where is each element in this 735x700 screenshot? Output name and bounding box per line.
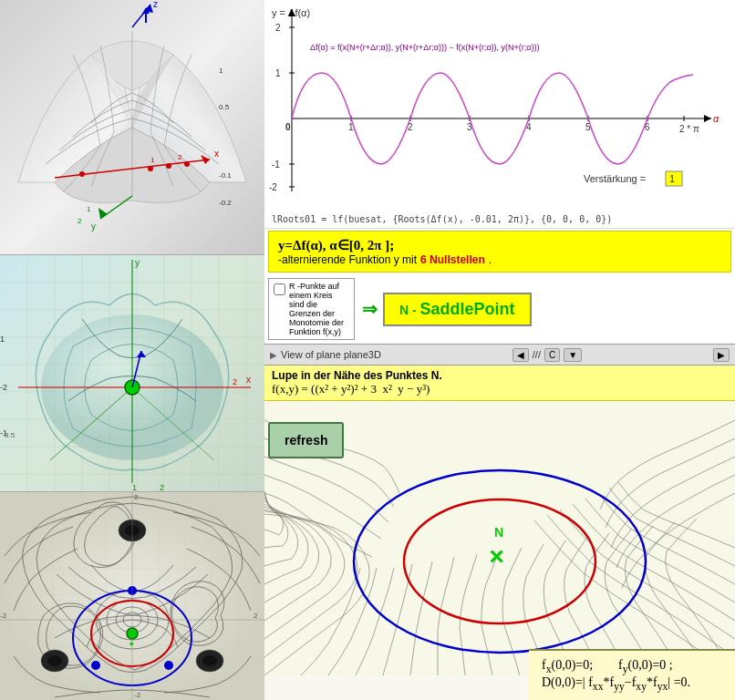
toolbar-nav-btn[interactable]: ◀ xyxy=(512,348,529,362)
svg-text:2 * π: 2 * π xyxy=(679,124,699,134)
lupe-formula: f(x,y) = ((x² + y²)² + 3 x² y − y³) xyxy=(272,382,430,396)
svg-text:2: 2 xyxy=(178,153,182,161)
svg-text:x: x xyxy=(214,149,219,159)
svg-text:✦: ✦ xyxy=(128,639,135,649)
svg-text:-2: -2 xyxy=(0,383,7,392)
svg-text:-2: -2 xyxy=(269,182,277,192)
period-text: . xyxy=(489,253,492,266)
svg-text:1: 1 xyxy=(0,335,5,344)
function-description-line2: -alternierende Funktion y mit 6 Nullstel… xyxy=(278,253,721,266)
middle-3d-svg: x y 1 2 2 -2 1 -1 0.5 xyxy=(0,255,264,492)
svg-point-83 xyxy=(164,661,173,670)
svg-text:N: N xyxy=(494,525,503,540)
svg-text:-2: -2 xyxy=(0,612,7,620)
svg-text:0: 0 xyxy=(285,122,291,132)
svg-text:1: 1 xyxy=(219,67,223,75)
view-icon: ▶ xyxy=(270,350,277,360)
lupe-header: Lupe in der Nähe des Punktes N. f(x,y) =… xyxy=(264,365,735,401)
r-punkte-line6: Funktion f(x,y) xyxy=(289,327,344,336)
svg-point-82 xyxy=(91,661,100,670)
middle-3d-surface: x y 1 2 2 -2 1 -1 0.5 xyxy=(0,255,264,492)
r-punkte-line4: Grenzen der xyxy=(289,309,344,318)
contour-svg: ✦ -2 2 2 -2 xyxy=(0,492,264,700)
toolbar-right-btn[interactable]: ▶ xyxy=(713,348,730,362)
svg-text:2: 2 xyxy=(254,612,258,620)
svg-point-18 xyxy=(166,163,171,169)
top-3d-surface: x y z 1 2 1 2 1 0.5 -0.1 -0.2 xyxy=(0,0,264,255)
r-punkte-box: R -Punkte auf einem Kreis sind die Grenz… xyxy=(268,278,355,340)
top-3d-svg: x y z 1 2 1 2 1 0.5 -0.1 -0.2 xyxy=(0,0,264,255)
svg-text:2: 2 xyxy=(275,23,281,33)
left-panel: x y z 1 2 1 2 1 0.5 -0.1 -0.2 xyxy=(0,0,264,700)
svg-text:y: y xyxy=(135,258,140,268)
toolbar-c-btn[interactable]: C xyxy=(544,348,560,362)
svg-text:Δf(α) = f(x(N+(r+Δr;α)), y(N+(: Δf(α) = f(x(N+(r+Δr;α)), y(N+(r+Δr;α))) … xyxy=(310,43,540,52)
r-punkte-line5: Monotomie der xyxy=(289,318,344,327)
svg-text:1: 1 xyxy=(87,205,91,213)
svg-text:2: 2 xyxy=(160,483,164,492)
svg-text:0.5: 0.5 xyxy=(5,431,16,439)
svg-text:y: y xyxy=(91,221,96,232)
formula-line2: D(0,0)=| fxx*fyy−fxy*fyx| =0. xyxy=(542,675,735,693)
formula-line1: fx(0,0)=0; fy(0,0)=0 ; xyxy=(542,658,735,675)
svg-point-88 xyxy=(202,655,217,666)
roots-formula: lRoots01 = lf(buesat, {Roots(Δf(x), -0.0… xyxy=(264,210,735,229)
svg-point-20 xyxy=(79,171,85,177)
svg-text:z: z xyxy=(153,0,158,9)
bottom-formula-box: fx(0,0)=0; fy(0,0)=0 ; D(0,0)=| fxx*fyy−… xyxy=(529,649,735,700)
svg-text:α: α xyxy=(713,113,719,124)
r-punkte-line3: sind die xyxy=(289,300,344,309)
r-punkte-checkbox[interactable] xyxy=(274,283,285,295)
svg-text:-2: -2 xyxy=(134,691,141,699)
svg-point-19 xyxy=(184,161,190,167)
svg-rect-130 xyxy=(264,365,735,675)
svg-text:-0.2: -0.2 xyxy=(219,199,232,207)
svg-text:2: 2 xyxy=(78,217,82,225)
saddle-point-label: SaddlePoint xyxy=(420,300,515,318)
bottom-contour-plot: ✦ -2 2 2 -2 xyxy=(0,492,264,700)
view-toolbar: ▶ View of plane plane3D ◀ /// C ▼ ▶ xyxy=(264,344,735,365)
arrow-right: ⇒ xyxy=(362,298,378,320)
svg-text:✕: ✕ xyxy=(488,546,504,569)
toolbar-sep: /// xyxy=(533,349,541,360)
right-panel: y = Δf(α) α 2 * π 1 2 3 4 5 xyxy=(264,0,735,700)
saddle-point-box: N - SaddlePoint xyxy=(383,293,532,326)
svg-text:1: 1 xyxy=(150,156,155,164)
svg-text:0.5: 0.5 xyxy=(219,103,230,111)
svg-text:2: 2 xyxy=(233,377,237,386)
svg-text:x: x xyxy=(246,375,251,385)
lupe-svg: N ✕ xyxy=(264,365,735,675)
svg-text:Verstärkung =: Verstärkung = xyxy=(584,173,646,184)
refresh-button[interactable]: refresh xyxy=(268,422,344,458)
r-punkte-line2: einem Kreis xyxy=(289,291,344,300)
svg-text:1: 1 xyxy=(669,173,675,184)
svg-rect-97 xyxy=(264,0,735,210)
lupe-header-text: Lupe in der Nähe des Punktes N. xyxy=(272,369,442,382)
graph-svg: y = Δf(α) α 2 * π 1 2 3 4 5 xyxy=(264,0,735,210)
toolbar-down-btn[interactable]: ▼ xyxy=(564,348,582,362)
svg-text:-0.1: -0.1 xyxy=(219,171,232,180)
refresh-btn-container: refresh xyxy=(268,422,344,458)
svg-text:-1: -1 xyxy=(272,160,280,170)
svg-text:2: 2 xyxy=(134,493,139,501)
graph-area: y = Δf(α) α 2 * π 1 2 3 4 5 xyxy=(264,0,735,210)
function-description-line1: y=Δf(α), α∈[0, 2π ]; xyxy=(278,237,721,253)
view-label-text: View of plane plane3D xyxy=(281,349,381,360)
svg-point-86 xyxy=(47,655,62,666)
nullstellen-count: 6 Nullstellen xyxy=(420,253,485,266)
roots-formula-text: lRoots01 = lf(buesat, {Roots(Δf(x), -0.0… xyxy=(272,214,612,224)
svg-point-17 xyxy=(148,166,153,171)
r-punkte-line1: R -Punkte auf xyxy=(289,282,344,291)
svg-text:1: 1 xyxy=(132,483,137,492)
svg-text:1: 1 xyxy=(275,68,281,78)
